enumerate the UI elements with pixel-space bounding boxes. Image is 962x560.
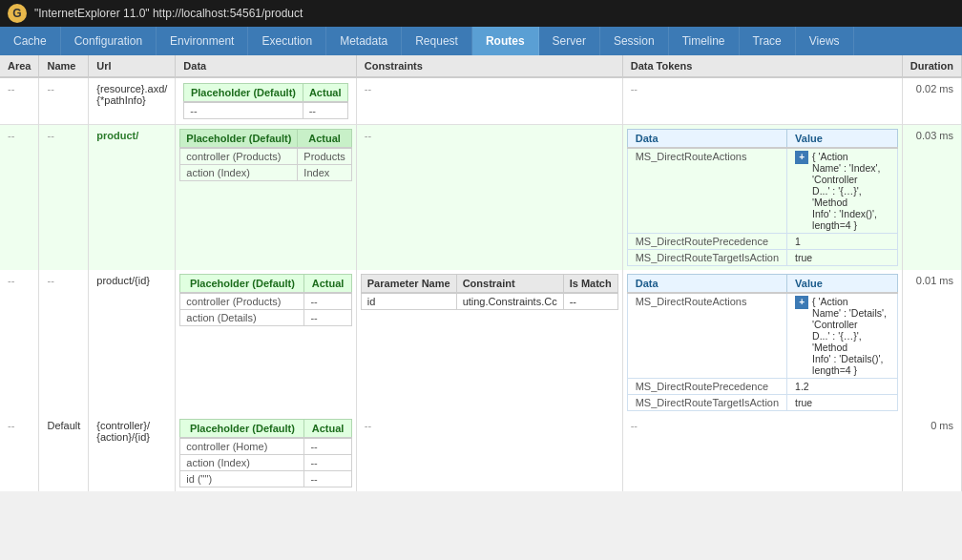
ph-header: Placeholder (Default) xyxy=(180,130,298,149)
token-key: MS_DirectRouteActions xyxy=(627,293,786,379)
area-cell: -- xyxy=(0,415,39,491)
url-cell: product/ xyxy=(89,125,176,271)
act-header: Actual xyxy=(303,84,347,103)
placeholder-actual-table: Placeholder (Default) Actual controller … xyxy=(179,274,351,326)
col-constraints: Constraints xyxy=(356,55,622,77)
table-row: MS_DirectRouteActions + { 'ActionName' :… xyxy=(627,293,897,379)
tab-server[interactable]: Server xyxy=(539,27,600,55)
expand-button[interactable]: + xyxy=(795,151,808,164)
tokens-cell: Data Value MS_DirectRouteActions + { 'Ac… xyxy=(622,125,902,271)
tab-session[interactable]: Session xyxy=(600,27,669,55)
table-row: MS_DirectRouteActions + { 'ActionName' :… xyxy=(627,148,897,234)
token-value: + { 'ActionName' : 'Index', 'ControllerD… xyxy=(787,148,898,234)
act-value: -- xyxy=(304,293,351,310)
col-data-tokens: Data Tokens xyxy=(622,55,902,77)
col-area: Area xyxy=(0,55,39,77)
routes-table: Area Name Url Data Constraints Data Toke… xyxy=(0,55,962,491)
tab-request[interactable]: Request xyxy=(402,27,472,55)
ph-header: Placeholder (Default) xyxy=(180,275,304,294)
ph-label: action (Details) xyxy=(180,310,304,326)
col-data: Data xyxy=(176,55,356,77)
tokens-inner-table: Data Value MS_DirectRouteActions + { 'Ac… xyxy=(627,274,898,411)
area-cell: -- xyxy=(0,125,39,271)
tab-execution[interactable]: Execution xyxy=(248,27,326,55)
table-row: id uting.Constraints.Cc -- xyxy=(361,293,617,310)
tokens-inner-table: Data Value MS_DirectRouteActions + { 'Ac… xyxy=(627,129,898,266)
token-text: { 'ActionName' : 'Details', 'ControllerD… xyxy=(812,296,889,376)
constraints-cell: -- xyxy=(356,125,622,271)
token-key: MS_DirectRouteTargetIsAction xyxy=(627,250,786,266)
ph-value: -- xyxy=(184,102,303,119)
tab-configuration[interactable]: Configuration xyxy=(61,27,157,55)
ph-label: controller (Products) xyxy=(180,293,304,310)
act-value: -- xyxy=(304,455,351,471)
table-row: controller (Home) -- xyxy=(180,438,351,455)
constraints-cell: Parameter Name Constraint Is Match id ut… xyxy=(356,270,622,415)
url-cell: {controller}/{action}/{id} xyxy=(89,415,176,491)
tokens-value-header: Value xyxy=(787,130,898,149)
table-row: action (Details) -- xyxy=(180,310,351,326)
act-value: -- xyxy=(304,310,351,326)
ph-header: Placeholder (Default) xyxy=(180,420,304,439)
data-cell: Placeholder (Default) Actual controller … xyxy=(176,415,356,491)
tokens-data-header: Data xyxy=(627,275,786,294)
table-row: MS_DirectRouteTargetIsAction true xyxy=(627,395,897,411)
tokens-data-header: Data xyxy=(627,130,786,149)
placeholder-actual-table: Placeholder (Default) Actual controller … xyxy=(179,129,351,181)
routes-table-container: Area Name Url Data Constraints Data Toke… xyxy=(0,55,962,491)
placeholder-actual-table: Placeholder (Default) Actual -- -- xyxy=(183,83,347,119)
duration-cell: 0.03 ms xyxy=(902,125,961,271)
name-cell: -- xyxy=(39,125,89,271)
ph-label: action (Index) xyxy=(180,165,298,181)
is-match-header: Is Match xyxy=(563,275,617,294)
ph-label: controller (Home) xyxy=(180,438,304,455)
constraint-header: Constraint xyxy=(456,275,563,294)
act-value: Index xyxy=(298,165,351,181)
tab-metadata[interactable]: Metadata xyxy=(326,27,402,55)
tokens-cell: -- xyxy=(622,415,902,491)
table-row: -- -- xyxy=(184,102,347,119)
nav-tabs: Cache Configuration Environment Executio… xyxy=(0,27,962,55)
duration-cell: 0.02 ms xyxy=(902,77,961,125)
titlebar-text: "InternetExplorer 11.0" http://localhost… xyxy=(34,7,303,20)
act-header: Actual xyxy=(298,130,351,149)
act-header: Actual xyxy=(304,420,351,439)
data-cell: Placeholder (Default) Actual controller … xyxy=(176,270,356,415)
app-logo: G xyxy=(8,4,27,23)
table-row: action (Index) -- xyxy=(180,455,351,471)
expand-button[interactable]: + xyxy=(795,296,808,309)
tokens-cell: -- xyxy=(622,77,902,125)
token-key: MS_DirectRouteActions xyxy=(627,148,786,234)
area-cell: -- xyxy=(0,270,39,415)
param-header: Parameter Name xyxy=(361,275,456,294)
titlebar: G "InternetExplorer 11.0" http://localho… xyxy=(0,0,962,27)
tab-cache[interactable]: Cache xyxy=(0,27,61,55)
ph-label: controller (Products) xyxy=(180,148,298,165)
table-row: controller (Products) Products xyxy=(180,148,351,165)
tab-timeline[interactable]: Timeline xyxy=(669,27,740,55)
token-value: 1 xyxy=(787,234,898,250)
token-text: { 'ActionName' : 'Index', 'ControllerD..… xyxy=(812,151,889,231)
constraint-inner-table: Parameter Name Constraint Is Match id ut… xyxy=(361,274,618,310)
ph-header: Placeholder (Default) xyxy=(184,84,303,103)
duration-cell: 0.01 ms xyxy=(902,270,961,415)
name-cell: -- xyxy=(39,270,89,415)
col-name: Name xyxy=(39,55,89,77)
tab-routes[interactable]: Routes xyxy=(472,27,539,55)
tab-trace[interactable]: Trace xyxy=(740,27,796,55)
tab-views[interactable]: Views xyxy=(796,27,854,55)
tab-environment[interactable]: Environment xyxy=(157,27,248,55)
table-row: MS_DirectRoutePrecedence 1.2 xyxy=(627,379,897,395)
act-value: -- xyxy=(303,102,347,119)
act-value: Products xyxy=(298,148,351,165)
token-value: 1.2 xyxy=(787,379,898,395)
token-key: MS_DirectRoutePrecedence xyxy=(627,234,786,250)
constraints-cell: -- xyxy=(356,77,622,125)
token-value: true xyxy=(787,395,898,411)
token-key: MS_DirectRouteTargetIsAction xyxy=(627,395,786,411)
is-match-value: -- xyxy=(563,293,617,310)
table-row: -- -- {resource}.axd/{*pathInfo} Placeho… xyxy=(0,77,962,125)
table-row: -- Default {controller}/{action}/{id} Pl… xyxy=(0,415,962,491)
token-value: true xyxy=(787,250,898,266)
constraint-value: uting.Constraints.Cc xyxy=(456,293,563,310)
